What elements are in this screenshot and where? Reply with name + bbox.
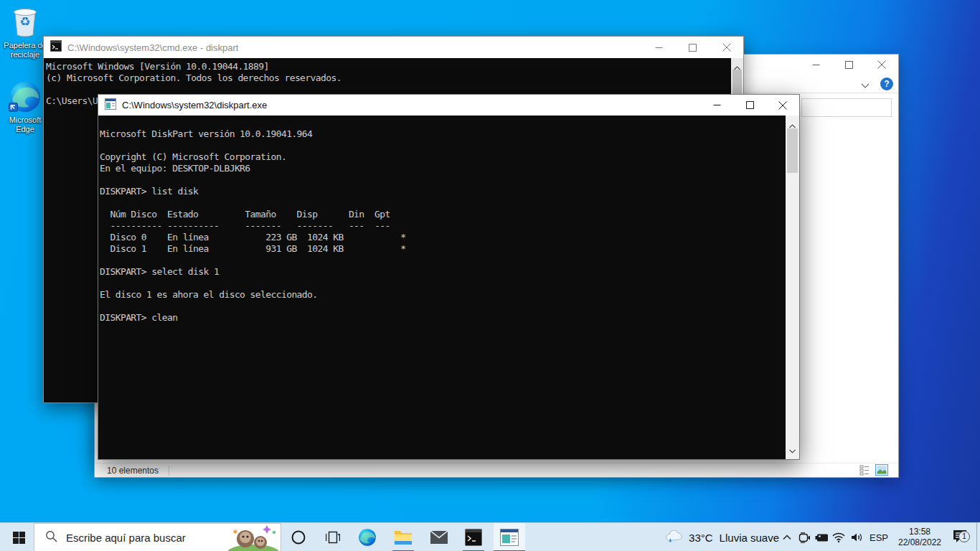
terminal-line: En el equipo: DESKTOP-DLBJKR6 (100, 163, 786, 174)
language-indicator[interactable]: ESP (867, 523, 891, 551)
help-icon[interactable]: ? (880, 77, 893, 90)
terminal-line (100, 301, 786, 312)
minimize-button[interactable] (799, 55, 832, 75)
diskpart-titlebar[interactable]: C:\Windows\system32\diskpart.exe (98, 95, 799, 116)
terminal-line: DISKPART> select disk 1 (100, 266, 786, 278)
weather-temperature: 33°C (689, 532, 713, 544)
wifi-icon (832, 532, 845, 542)
details-view-icon[interactable] (859, 464, 870, 479)
meet-now-button[interactable] (796, 523, 812, 551)
explorer-window-controls (799, 55, 898, 75)
maximize-button[interactable] (832, 55, 865, 75)
taskbar-search[interactable]: Escribe aquí para buscar (34, 523, 281, 551)
recycle-symbol-icon: ♻ (10, 14, 40, 29)
diskpart-icon (500, 529, 519, 546)
start-button[interactable] (6, 523, 32, 551)
search-placeholder: Escribe aquí para buscar (66, 532, 186, 544)
terminal-line: ---------- ---------- ------- ------- --… (100, 220, 786, 232)
terminal-line: El disco 1 es ahora el disco seleccionad… (100, 289, 786, 301)
notification-center-button[interactable]: 1 (948, 523, 973, 551)
scroll-down-icon[interactable] (786, 443, 799, 456)
tray-expand-button[interactable] (779, 523, 795, 551)
cmd-app-icon (50, 40, 62, 55)
edge-icon (9, 80, 42, 113)
mail-icon (430, 531, 448, 544)
statusbar-divider (169, 466, 169, 476)
terminal-line: Copyright (C) Microsoft Corporation. (100, 151, 786, 163)
battery-status-button[interactable] (814, 523, 829, 551)
terminal-line: Disco 1 En línea 931 GB 1024 KB * (100, 243, 786, 255)
terminal-line: DISKPART> clean (100, 312, 786, 324)
shortcut-arrow-icon (9, 103, 18, 112)
notification-count-badge: 1 (958, 531, 970, 542)
terminal-line: DISKPART> list disk (100, 186, 786, 197)
diskpart-window-title: C:\Windows\system32\diskpart.exe (122, 100, 267, 110)
terminal-line (100, 197, 786, 209)
taskbar-weather-widget[interactable]: 33°C Lluvia suave (664, 523, 779, 551)
diskpart-window-controls (700, 95, 799, 116)
taskbar-edge-button[interactable] (354, 523, 380, 551)
edge-icon (358, 528, 377, 547)
terminal-line (100, 140, 786, 151)
search-highlight-image[interactable] (226, 524, 281, 551)
taskbar-file-explorer-button[interactable] (390, 523, 416, 551)
recycle-bin-icon: ♻ (10, 6, 40, 39)
cmd-window-controls (642, 37, 743, 58)
clock-date: 22/08/2022 (898, 537, 941, 548)
thumbnail-view-icon[interactable] (875, 464, 888, 479)
close-button[interactable] (865, 55, 898, 75)
terminal-line: (c) Microsoft Corporation. Todos los der… (46, 72, 731, 84)
task-view-icon (326, 531, 340, 544)
cmd-titlebar[interactable]: C:\Windows\system32\cmd.exe - diskpart (44, 37, 743, 58)
cortana-button[interactable] (286, 523, 311, 551)
scrollbar-thumb[interactable] (787, 128, 798, 173)
language-code: ESP (870, 532, 888, 543)
close-button[interactable] (766, 95, 799, 116)
terminal-line: Núm Disco Estado Tamaño Disp Din Gpt (100, 209, 786, 220)
close-button[interactable] (710, 37, 743, 58)
windows-logo-icon (13, 532, 25, 544)
network-button[interactable] (830, 523, 847, 551)
task-view-button[interactable] (320, 523, 346, 551)
terminal-line (100, 278, 786, 289)
explorer-search-input[interactable] (802, 99, 891, 116)
cmd-window-title: C:\Windows\system32\cmd.exe - diskpart (67, 42, 238, 53)
chevron-up-icon (783, 534, 791, 540)
diskpart-scrollbar[interactable] (786, 116, 799, 459)
explorer-statusbar: 10 elementos (95, 463, 898, 477)
volume-button[interactable] (848, 523, 867, 551)
maximize-button[interactable] (733, 95, 766, 116)
ribbon-collapse-icon[interactable] (861, 79, 870, 92)
minimize-button[interactable] (700, 95, 733, 116)
taskbar-diskpart-button[interactable] (494, 523, 525, 551)
search-icon (45, 530, 57, 545)
cortana-icon (291, 530, 306, 545)
terminal-line: Microsoft Windows [Versión 10.0.19044.18… (46, 61, 731, 72)
battery-charging-icon (815, 534, 829, 542)
terminal-line (100, 174, 786, 186)
weather-condition: Lluvia suave (720, 532, 779, 544)
diskpart-window: C:\Windows\system32\diskpart.exe Microso… (98, 94, 800, 460)
weather-rain-icon (664, 530, 682, 545)
explorer-search-box (801, 98, 892, 117)
minimize-button[interactable] (642, 37, 676, 58)
taskbar-clock[interactable]: 13:58 22/08/2022 (891, 523, 948, 551)
diskpart-app-icon (105, 98, 116, 113)
file-explorer-icon (394, 529, 413, 546)
explorer-view-toggles (859, 464, 888, 479)
meet-now-icon (798, 532, 811, 543)
item-count-label: 10 elementos (107, 466, 159, 476)
terminal-line: Microsoft DiskPart versión 10.0.19041.96… (100, 128, 786, 140)
maximize-button[interactable] (676, 37, 710, 58)
taskbar-mail-button[interactable] (426, 523, 452, 551)
clock-time: 13:58 (909, 527, 930, 537)
terminal-line (100, 255, 786, 266)
diskpart-terminal-output: Microsoft DiskPart versión 10.0.19041.96… (98, 116, 786, 459)
cmd-icon (465, 529, 482, 546)
show-desktop-button[interactable] (976, 523, 980, 551)
speaker-icon (851, 532, 864, 542)
taskbar-cmd-button[interactable] (461, 523, 486, 551)
terminal-line: Disco 0 En línea 223 GB 1024 KB * (100, 232, 786, 243)
taskbar: Escribe aquí para buscar (0, 522, 980, 551)
desktop: ♻ Papelera de reciclaje Microsoft Edge (0, 0, 980, 551)
